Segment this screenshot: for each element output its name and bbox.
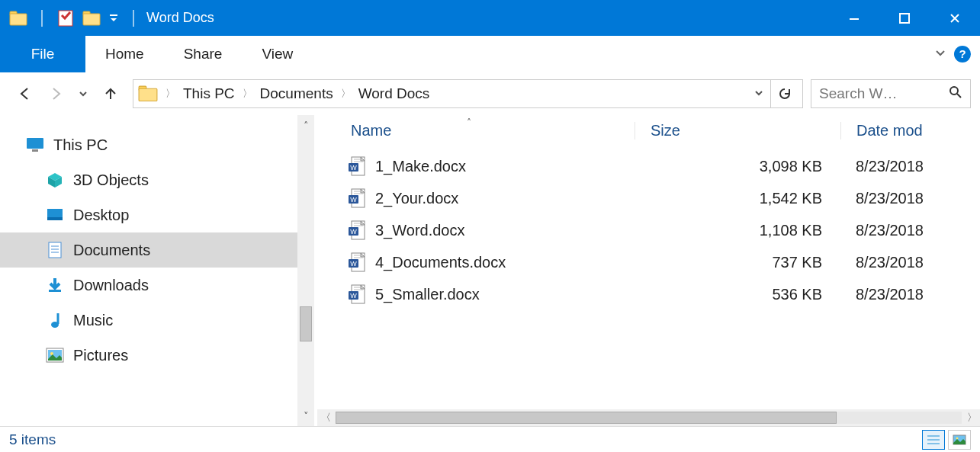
tree-scrollbar[interactable]: ˄ ˅ <box>297 115 314 426</box>
file-name: 4_Documents.docx <box>375 254 506 271</box>
location-folder-icon <box>138 85 158 102</box>
file-tab[interactable]: File <box>0 36 85 72</box>
tab-share[interactable]: Share <box>164 36 243 72</box>
tree-label: Desktop <box>73 207 129 224</box>
scroll-left-icon[interactable]: 〈 <box>317 411 334 425</box>
svg-rect-7 <box>900 14 909 23</box>
svg-text:W: W <box>350 260 357 268</box>
column-date[interactable]: Date mod <box>840 122 980 139</box>
file-name: 2_Your.docx <box>375 190 458 207</box>
svg-rect-16 <box>49 242 61 258</box>
thumbnails-view-button[interactable] <box>948 430 971 450</box>
properties-icon[interactable] <box>56 9 75 27</box>
breadcrumb-documents[interactable]: Documents <box>260 85 333 102</box>
svg-rect-13 <box>32 149 38 152</box>
download-icon <box>46 276 64 294</box>
breadcrumb-this-pc[interactable]: This PC <box>183 85 235 102</box>
scroll-thumb[interactable] <box>300 306 312 341</box>
svg-text:W: W <box>350 196 357 204</box>
breadcrumb-separator[interactable]: 〉 <box>243 87 252 101</box>
details-view-button[interactable] <box>922 430 945 450</box>
tree-documents[interactable]: Documents <box>0 232 297 268</box>
docx-file-icon: W <box>348 188 366 208</box>
up-button[interactable] <box>102 85 119 102</box>
file-row[interactable]: W 1_Make.docx 3,098 KB 8/23/2018 <box>314 150 980 182</box>
column-size[interactable]: Size <box>635 122 840 139</box>
docx-file-icon: W <box>348 252 366 272</box>
svg-rect-6 <box>850 18 859 20</box>
tab-home[interactable]: Home <box>85 36 164 72</box>
quick-access-toolbar <box>0 9 140 27</box>
column-name-label: Name <box>351 122 391 139</box>
breadcrumb-word-docs[interactable]: Word Docs <box>358 85 430 102</box>
titlebar: Word Docs <box>0 0 980 36</box>
tree-label: 3D Objects <box>73 172 149 189</box>
tree-desktop[interactable]: Desktop <box>0 197 297 232</box>
file-row[interactable]: W 5_Smaller.docx 536 KB 8/23/2018 <box>314 278 980 310</box>
svg-point-21 <box>51 322 59 328</box>
scroll-right-icon[interactable]: 〉 <box>963 411 980 425</box>
svg-text:W: W <box>350 228 357 236</box>
documents-icon <box>46 241 64 259</box>
file-row[interactable]: W 2_Your.docx 1,542 KB 8/23/2018 <box>314 182 980 214</box>
docx-file-icon: W <box>348 156 366 176</box>
folder-icon[interactable] <box>9 9 27 27</box>
tree-3d-objects[interactable]: 3D Objects <box>0 162 297 197</box>
new-folder-icon[interactable] <box>82 9 101 27</box>
file-size: 737 KB <box>635 254 840 271</box>
file-name: 5_Smaller.docx <box>375 286 480 303</box>
scroll-down-icon[interactable]: ˅ <box>304 410 309 422</box>
column-headers: Name ˄ Size Date mod <box>314 115 980 146</box>
minimize-button[interactable] <box>829 0 879 36</box>
file-date: 8/23/2018 <box>840 286 980 303</box>
svg-rect-15 <box>47 217 63 220</box>
forward-button[interactable] <box>47 85 64 102</box>
docx-file-icon: W <box>348 220 366 240</box>
tree-this-pc[interactable]: This PC <box>0 127 297 162</box>
svg-rect-12 <box>27 138 43 149</box>
recent-dropdown-icon[interactable] <box>78 88 88 99</box>
breadcrumb-separator[interactable]: 〉 <box>341 87 351 101</box>
refresh-button[interactable] <box>770 79 798 108</box>
scroll-up-icon[interactable]: ˄ <box>304 120 309 131</box>
docx-file-icon: W <box>348 284 366 304</box>
svg-point-10 <box>950 87 958 95</box>
scroll-track[interactable] <box>336 412 962 424</box>
file-date: 8/23/2018 <box>840 222 980 239</box>
sort-indicator-icon: ˄ <box>467 117 471 128</box>
breadcrumb-separator[interactable]: 〉 <box>165 87 175 101</box>
address-bar[interactable]: 〉 This PC 〉 Documents 〉 Word Docs <box>133 79 803 108</box>
tab-view[interactable]: View <box>242 36 313 72</box>
navigation-row: 〉 This PC 〉 Documents 〉 Word Docs Search… <box>0 72 980 115</box>
file-name: 1_Make.docx <box>375 158 466 175</box>
close-button[interactable] <box>930 0 980 36</box>
column-name[interactable]: Name ˄ <box>314 122 635 139</box>
file-row[interactable]: W 3_Word.docx 1,108 KB 8/23/2018 <box>314 214 980 246</box>
help-icon[interactable]: ? <box>954 46 971 63</box>
file-rows: W 1_Make.docx 3,098 KB 8/23/2018 W 2_You… <box>314 146 980 409</box>
svg-rect-4 <box>83 14 100 25</box>
horizontal-scrollbar[interactable]: 〈 〉 <box>317 409 980 426</box>
navigation-pane: This PC 3D Objects Desktop Documents Dow… <box>0 115 314 426</box>
svg-rect-1 <box>10 14 27 25</box>
file-row[interactable]: W 4_Documents.docx 737 KB 8/23/2018 <box>314 246 980 278</box>
file-date: 8/23/2018 <box>840 190 980 207</box>
search-input[interactable]: Search W… <box>811 79 971 108</box>
qat-dropdown-icon[interactable] <box>108 13 119 24</box>
cube-icon <box>46 171 64 189</box>
svg-point-24 <box>50 352 53 355</box>
tree-music[interactable]: Music <box>0 303 297 338</box>
window-title: Word Docs <box>146 10 214 26</box>
ribbon-collapse-icon[interactable] <box>934 46 946 62</box>
maximize-button[interactable] <box>879 0 930 36</box>
svg-rect-9 <box>139 88 157 101</box>
back-button[interactable] <box>17 85 34 102</box>
separator <box>41 10 43 27</box>
file-size: 536 KB <box>635 286 840 303</box>
scroll-thumb[interactable] <box>336 412 837 424</box>
tree-downloads[interactable]: Downloads <box>0 268 297 303</box>
address-dropdown-icon[interactable] <box>753 88 764 101</box>
music-icon <box>46 311 64 329</box>
search-placeholder: Search W… <box>819 85 897 102</box>
tree-pictures[interactable]: Pictures <box>0 338 297 373</box>
